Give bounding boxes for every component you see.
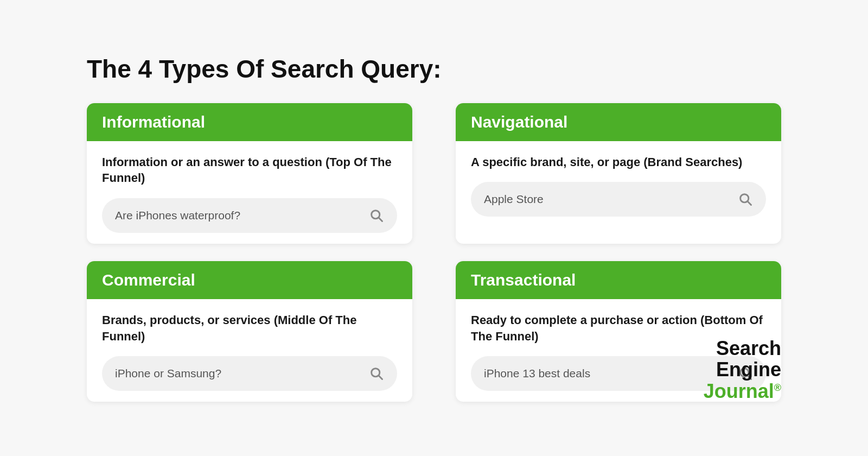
cards-grid: Informational Information or an answer t… [87,103,781,402]
logo-line3: Journal® [704,381,781,402]
page-title: The 4 Types Of Search Query: [87,54,781,84]
card-informational-header: Informational [87,103,412,141]
logo-area: Search Engine Journal® [704,338,781,402]
card-commercial-body: Brands, products, or services (Middle Of… [87,299,412,402]
card-navigational-body: A specific brand, site, or page (Brand S… [456,141,781,228]
card-transactional-header: Transactional [456,261,781,299]
card-informational-title: Informational [102,113,205,131]
svg-line-5 [379,376,382,379]
card-navigational-description: A specific brand, site, or page (Brand S… [471,154,766,170]
card-navigational-search-text: Apple Store [484,193,544,206]
card-informational-search-text: Are iPhones waterproof? [115,209,240,222]
card-navigational-header: Navigational [456,103,781,141]
card-informational-body: Information or an answer to a question (… [87,141,412,244]
card-commercial-description: Brands, products, or services (Middle Of… [102,312,397,344]
search-icon [367,364,386,383]
card-commercial: Commercial Brands, products, or services… [87,261,412,402]
card-navigational-searchbar: Apple Store [471,182,766,217]
card-commercial-search-text: iPhone or Samsung? [115,367,221,380]
logo-registered: ® [774,382,781,393]
card-informational: Informational Information or an answer t… [87,103,412,244]
svg-line-1 [379,218,382,221]
logo-line2: Engine [704,359,781,381]
card-commercial-searchbar: iPhone or Samsung? [102,356,397,391]
card-commercial-header: Commercial [87,261,412,299]
card-informational-searchbar: Are iPhones waterproof? [102,198,397,233]
card-navigational-title: Navigational [471,113,567,131]
card-transactional-title: Transactional [471,271,576,289]
search-icon-svg [738,192,753,207]
card-commercial-title: Commercial [102,271,195,289]
search-icon-svg [369,366,384,381]
svg-line-3 [748,201,751,205]
search-icon [736,189,755,209]
card-transactional-search-text: iPhone 13 best deals [484,367,590,380]
search-icon [367,206,386,225]
card-informational-description: Information or an answer to a question (… [102,154,397,186]
search-icon-svg [369,208,384,223]
page-wrapper: The 4 Types Of Search Query: Information… [54,33,814,424]
card-navigational: Navigational A specific brand, site, or … [456,103,781,244]
logo-line1: Search [704,338,781,359]
